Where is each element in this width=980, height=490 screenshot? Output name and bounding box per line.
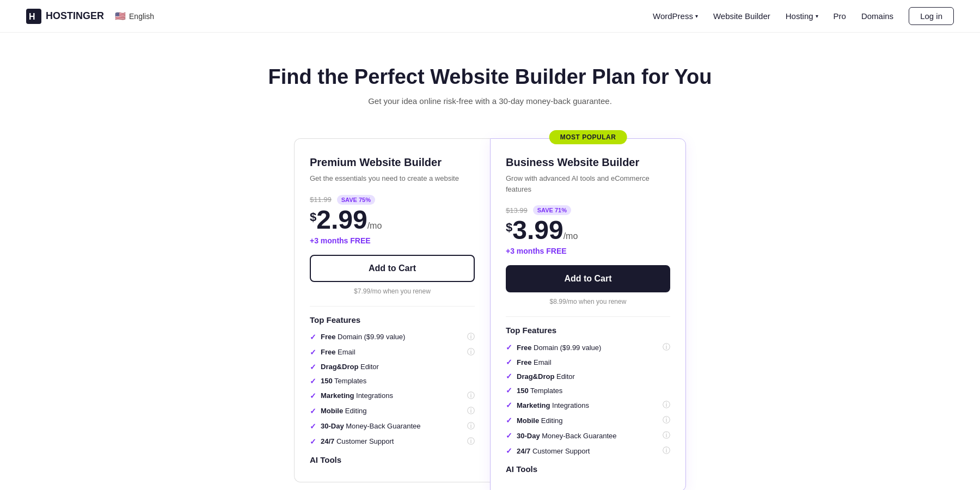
chevron-down-icon: ▾ <box>816 13 818 19</box>
check-icon: ✓ <box>310 422 316 431</box>
info-icon[interactable]: ⓘ <box>467 421 475 431</box>
hero-section: Find the Perfect Website Builder Plan fo… <box>0 33 980 117</box>
check-icon: ✓ <box>310 391 316 400</box>
nav-website-builder[interactable]: Website Builder <box>713 11 770 21</box>
feature-item: ✓ 24/7 Customer Support ⓘ <box>310 437 475 446</box>
info-icon[interactable]: ⓘ <box>467 391 475 401</box>
feature-item: ✓ Free Email <box>506 358 670 366</box>
premium-price-row: $11.99 SAVE 75% <box>310 195 475 205</box>
language-selector[interactable]: 🇺🇸 English <box>115 11 154 21</box>
premium-plan-desc: Get the essentials you need to create a … <box>310 173 475 184</box>
premium-free-months: +3 months FREE <box>310 236 475 245</box>
check-icon: ✓ <box>310 363 316 371</box>
check-icon: ✓ <box>506 446 512 455</box>
feature-item: ✓ Mobile Editing ⓘ <box>310 406 475 416</box>
feature-item: ✓ 30-Day Money-Back Guarantee ⓘ <box>506 431 670 440</box>
premium-dollar: $ <box>310 210 316 224</box>
business-price-display: $3.99/mo <box>506 217 670 243</box>
check-icon: ✓ <box>506 343 512 352</box>
business-dollar: $ <box>506 220 512 235</box>
premium-divider <box>310 306 475 307</box>
check-icon: ✓ <box>506 401 512 409</box>
premium-save-badge: SAVE 75% <box>337 195 375 205</box>
premium-ai-tools-title: AI Tools <box>310 455 475 464</box>
business-divider <box>506 316 670 317</box>
check-icon: ✓ <box>310 348 316 357</box>
check-icon: ✓ <box>310 377 316 385</box>
info-icon[interactable]: ⓘ <box>467 406 475 416</box>
feature-item: ✓ Marketing Integrations ⓘ <box>310 391 475 401</box>
nav-left: H HOSTINGER 🇺🇸 English <box>26 9 154 24</box>
nav-hosting[interactable]: Hosting ▾ <box>786 11 818 21</box>
business-per-mo: /mo <box>564 231 578 241</box>
hero-title: Find the Perfect Website Builder Plan fo… <box>11 65 969 89</box>
check-icon: ✓ <box>506 416 512 425</box>
feature-item: ✓ 150 Templates <box>310 377 475 385</box>
business-renew-note: $8.99/mo when you renew <box>506 298 670 305</box>
business-add-to-cart-button[interactable]: Add to Cart <box>506 265 670 292</box>
login-button[interactable]: Log in <box>909 7 954 25</box>
feature-item: ✓ Free Email ⓘ <box>310 347 475 357</box>
logo-text: HOSTINGER <box>46 10 104 22</box>
premium-per-mo: /mo <box>367 221 382 230</box>
chevron-down-icon: ▾ <box>695 13 698 19</box>
feature-item: ✓ Mobile Editing ⓘ <box>506 415 670 425</box>
flag-icon: 🇺🇸 <box>115 11 126 21</box>
business-plan-desc: Grow with advanced AI tools and eCommerc… <box>506 173 670 194</box>
feature-item: ✓ 24/7 Customer Support ⓘ <box>506 446 670 456</box>
info-icon[interactable]: ⓘ <box>663 400 670 410</box>
info-icon[interactable]: ⓘ <box>467 347 475 357</box>
svg-text:H: H <box>29 12 35 21</box>
feature-item: ✓ 30-Day Money-Back Guarantee ⓘ <box>310 421 475 431</box>
check-icon: ✓ <box>310 407 316 415</box>
premium-plan-name: Premium Website Builder <box>310 156 475 169</box>
check-icon: ✓ <box>506 386 512 395</box>
logo[interactable]: H HOSTINGER <box>26 9 104 24</box>
business-features-title: Top Features <box>506 326 670 335</box>
business-plan-card: MOST POPULAR Business Website Builder Gr… <box>490 138 686 490</box>
business-free-months: +3 months FREE <box>506 247 670 255</box>
business-plan-name: Business Website Builder <box>506 156 670 169</box>
feature-item: ✓ Free Domain ($9.99 value) ⓘ <box>310 332 475 342</box>
business-price-row: $13.99 SAVE 71% <box>506 205 670 215</box>
premium-price-display: $2.99/mo <box>310 207 475 233</box>
logo-icon: H <box>26 9 41 24</box>
language-label: English <box>129 12 154 21</box>
most-popular-badge: MOST POPULAR <box>549 130 627 144</box>
nav-wordpress[interactable]: WordPress ▾ <box>653 11 698 21</box>
premium-plan-card: Premium Website Builder Get the essentia… <box>294 138 490 482</box>
premium-renew-note: $7.99/mo when you renew <box>310 287 475 295</box>
business-save-badge: SAVE 71% <box>533 205 571 215</box>
feature-item: ✓ Marketing Integrations ⓘ <box>506 400 670 410</box>
nav-pro[interactable]: Pro <box>834 11 846 21</box>
info-icon[interactable]: ⓘ <box>663 431 670 440</box>
business-price-amount: 3.99 <box>512 216 563 244</box>
feature-item: ✓ Free Domain ($9.99 value) ⓘ <box>506 342 670 352</box>
nav-domains[interactable]: Domains <box>861 11 893 21</box>
info-icon[interactable]: ⓘ <box>663 446 670 456</box>
business-original-price: $13.99 <box>506 206 528 215</box>
check-icon: ✓ <box>506 431 512 440</box>
plans-container: Premium Website Builder Get the essentia… <box>245 117 735 490</box>
check-icon: ✓ <box>506 372 512 381</box>
premium-original-price: $11.99 <box>310 195 332 204</box>
info-icon[interactable]: ⓘ <box>467 437 475 446</box>
premium-features-title: Top Features <box>310 315 475 324</box>
nav-right: WordPress ▾ Website Builder Hosting ▾ Pr… <box>653 7 954 25</box>
feature-item: ✓ 150 Templates <box>506 386 670 395</box>
info-icon[interactable]: ⓘ <box>663 342 670 352</box>
hero-subtitle: Get your idea online risk-free with a 30… <box>11 96 969 106</box>
info-icon[interactable]: ⓘ <box>663 415 670 425</box>
info-icon[interactable]: ⓘ <box>467 332 475 342</box>
check-icon: ✓ <box>310 437 316 446</box>
feature-item: ✓ Drag&Drop Editor <box>310 363 475 371</box>
business-ai-tools-title: AI Tools <box>506 464 670 474</box>
check-icon: ✓ <box>310 333 316 341</box>
feature-item: ✓ Drag&Drop Editor <box>506 372 670 381</box>
premium-price-amount: 2.99 <box>316 205 367 234</box>
premium-add-to-cart-button[interactable]: Add to Cart <box>310 255 475 282</box>
check-icon: ✓ <box>506 358 512 366</box>
navbar: H HOSTINGER 🇺🇸 English WordPress ▾ Websi… <box>0 0 980 33</box>
